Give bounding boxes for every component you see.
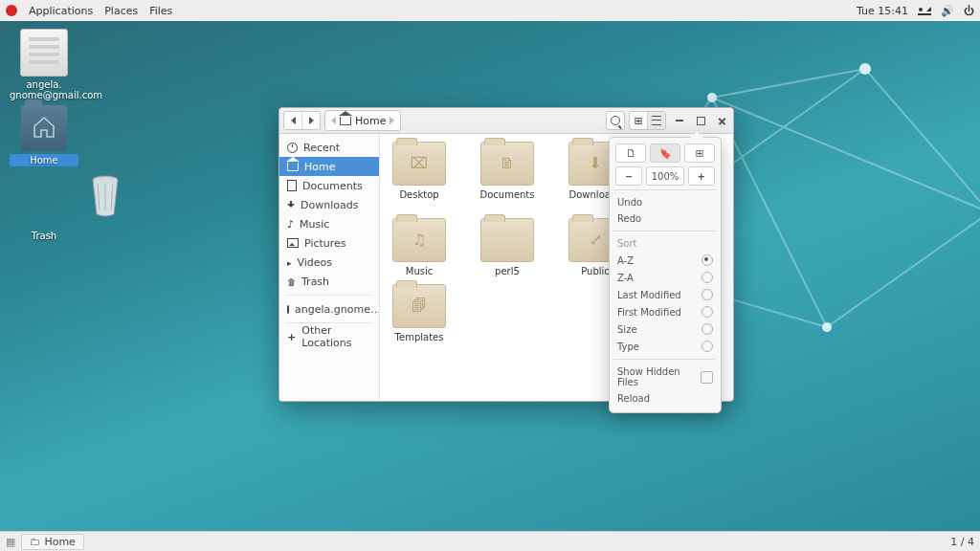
file-label: perl5 xyxy=(476,266,539,276)
folder-icon: ♫ xyxy=(392,218,446,262)
grid-icon: ⊞ xyxy=(634,115,642,127)
new-tab-icon xyxy=(695,147,703,160)
list-icon xyxy=(652,116,661,125)
reload-item[interactable]: Reload xyxy=(615,390,715,407)
path-bar[interactable]: Home xyxy=(324,110,401,131)
folder-icon: ⌧ xyxy=(392,142,446,186)
window-toolbar: Home ⊞ xyxy=(279,108,733,134)
desktop-icon-home[interactable]: Home xyxy=(10,105,78,166)
desktop-icon-remote[interactable]: angela. gnome@gmail.com xyxy=(10,29,78,100)
show-desktop-button[interactable]: ▦ xyxy=(6,536,15,548)
sort-option-last-modified[interactable]: Last Modified xyxy=(615,286,715,303)
path-next-icon xyxy=(390,117,394,124)
file-label: Documents xyxy=(476,189,539,200)
panel-clock[interactable]: Tue 15:41 xyxy=(857,5,908,17)
menu-files[interactable]: Files xyxy=(149,5,172,17)
sidebar-item-home[interactable]: Home xyxy=(279,157,379,176)
sort-option-size[interactable]: Size xyxy=(615,320,715,338)
clock-icon xyxy=(287,143,298,153)
sidebar: RecentHomeDocumentsDownloadsMusicPicture… xyxy=(279,134,380,401)
chevron-left-icon xyxy=(291,117,296,124)
zoom-level[interactable]: 100% xyxy=(646,166,683,186)
minimize-button[interactable] xyxy=(672,113,687,128)
file-label: Templates xyxy=(388,332,451,342)
power-icon[interactable]: ⏻ xyxy=(964,5,974,17)
sort-option-z-a[interactable]: Z-A xyxy=(615,269,715,286)
sort-option-a-z[interactable]: A-Z xyxy=(615,252,715,269)
folder-icon xyxy=(480,218,534,262)
sort-option-type[interactable]: Type xyxy=(615,338,715,355)
redo-item[interactable]: Redo xyxy=(615,210,715,227)
maximize-button[interactable] xyxy=(693,113,708,128)
file-item[interactable]: ♫Music xyxy=(388,218,451,276)
note-icon xyxy=(287,218,294,231)
desktop-icon-trash[interactable]: Trash xyxy=(10,182,78,241)
workspace-indicator[interactable]: 1 / 4 xyxy=(950,536,974,548)
new-folder-icon xyxy=(626,147,636,160)
file-item[interactable]: perl5 xyxy=(476,218,539,276)
radio-icon xyxy=(702,323,713,335)
taskbar-entry-home[interactable]: 🗀 Home xyxy=(21,534,83,550)
file-label: Desktop xyxy=(388,189,451,200)
file-label: Music xyxy=(388,266,451,276)
plus-icon xyxy=(287,331,296,343)
path-label: Home xyxy=(355,115,386,127)
plus-icon xyxy=(698,171,705,182)
sidebar-item-pictures[interactable]: Pictures xyxy=(279,233,379,253)
minus-icon xyxy=(625,171,633,182)
sidebar-item-videos[interactable]: Videos xyxy=(279,253,379,272)
sort-option-first-modified[interactable]: First Modified xyxy=(615,303,715,320)
radio-icon xyxy=(702,254,713,266)
path-prev-icon xyxy=(331,117,336,124)
minimize-icon xyxy=(676,120,683,121)
file-item[interactable]: 🗐Templates xyxy=(388,284,451,342)
view-grid-button[interactable]: ⊞ xyxy=(630,112,648,129)
radio-icon xyxy=(702,289,713,300)
zoom-in-button[interactable] xyxy=(688,166,715,186)
new-tab-button[interactable] xyxy=(684,143,715,163)
nav-buttons xyxy=(283,111,321,130)
new-folder-button[interactable] xyxy=(615,143,646,163)
chevron-right-icon xyxy=(309,117,314,124)
network-icon[interactable] xyxy=(918,6,931,15)
menu-places[interactable]: Places xyxy=(104,5,138,17)
folder-icon: 🗎 xyxy=(480,142,534,186)
sidebar-item-downloads[interactable]: Downloads xyxy=(279,195,379,214)
sidebar-item-music[interactable]: Music xyxy=(279,214,379,233)
folder-icon: 🗀 xyxy=(30,536,40,548)
top-panel: Applications Places Files Tue 15:41 🔊 ⏻ xyxy=(0,0,980,22)
close-button[interactable] xyxy=(714,113,729,128)
sidebar-item-angela-gnome-[interactable]: angela.gnome…⏏ xyxy=(279,299,379,319)
pic-icon xyxy=(287,238,299,248)
vid-icon xyxy=(287,256,292,269)
zoom-out-button[interactable] xyxy=(615,166,642,186)
sidebar-item-recent[interactable]: Recent xyxy=(279,138,379,157)
file-item[interactable]: 🗎Documents xyxy=(476,142,539,210)
volume-icon[interactable]: 🔊 xyxy=(941,5,954,17)
desktop-icon-label: Home xyxy=(10,154,78,166)
pc-icon xyxy=(287,305,289,314)
sort-heading: Sort xyxy=(615,235,715,252)
sidebar-item-trash[interactable]: Trash xyxy=(279,272,379,291)
view-list-button[interactable] xyxy=(648,112,665,129)
desktop-icon-label: angela. gnome@gmail.com xyxy=(10,79,78,100)
doc-icon xyxy=(287,180,297,191)
sidebar-item-other-locations[interactable]: Other Locations xyxy=(279,327,379,346)
show-hidden-toggle[interactable]: Show Hidden Files xyxy=(615,364,715,390)
checkbox-icon xyxy=(701,371,713,384)
search-icon xyxy=(611,116,620,125)
bookmark-icon xyxy=(659,148,671,159)
forward-button[interactable] xyxy=(302,112,320,129)
undo-item[interactable]: Undo xyxy=(615,194,715,210)
distro-logo-icon xyxy=(6,5,17,16)
home-icon xyxy=(340,117,351,125)
bookmark-button[interactable] xyxy=(650,143,680,163)
menu-applications[interactable]: Applications xyxy=(29,5,93,17)
search-button[interactable] xyxy=(607,112,624,129)
back-button[interactable] xyxy=(284,112,302,129)
view-menu-popover: 100% Undo Redo Sort A-ZZ-ALast ModifiedF… xyxy=(609,137,722,413)
radio-icon xyxy=(702,306,713,318)
file-item[interactable]: ⌧Desktop xyxy=(388,142,451,210)
svg-point-3 xyxy=(822,322,832,332)
sidebar-item-documents[interactable]: Documents xyxy=(279,176,379,195)
